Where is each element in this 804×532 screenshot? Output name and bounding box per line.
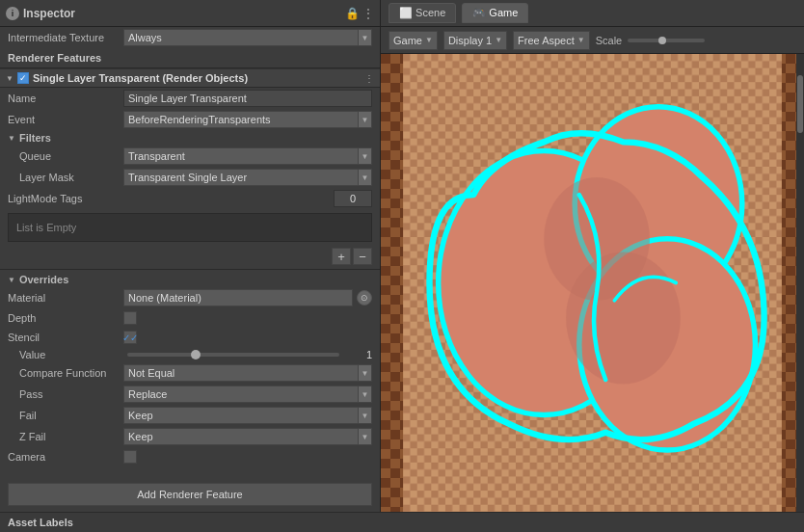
depth-checkbox[interactable] — [123, 311, 137, 325]
filters-header[interactable]: ▼ Filters — [0, 130, 380, 146]
compare-function-select[interactable]: Not Equal ▼ — [123, 364, 372, 382]
inspector-panel: Intermediate Texture Always ▼ Renderer F… — [0, 27, 381, 512]
value-slider[interactable] — [127, 353, 339, 357]
scene-game-tabs: ⬜ Scene 🎮 Game — [381, 0, 804, 26]
fail-select[interactable]: Keep ▼ — [123, 407, 372, 424]
display-dropdown-arrow-icon: ▼ — [495, 36, 502, 44]
event-select-arrow-icon: ▼ — [358, 112, 371, 127]
camera-checkbox[interactable] — [123, 450, 137, 464]
material-field: None (Material) — [123, 289, 353, 306]
z-fail-arrow-icon: ▼ — [358, 429, 371, 444]
compatibility-row: Intermediate Texture Always ▼ — [0, 27, 380, 48]
renderer-features-header: Renderer Features — [0, 48, 380, 68]
stencil-row: Stencil ✓ — [0, 328, 380, 347]
filters-triangle-icon: ▼ — [8, 134, 15, 143]
event-select[interactable]: BeforeRenderingTransparents ▼ — [123, 111, 372, 128]
compare-function-label: Compare Function — [8, 367, 123, 379]
section-checkbox[interactable]: ✓ — [17, 72, 29, 84]
viewport-scrollbar[interactable] — [796, 54, 804, 512]
minus-button[interactable]: − — [353, 248, 372, 265]
scale-thumb — [658, 37, 666, 44]
section-menu-icon[interactable]: ⋮ — [364, 73, 374, 84]
single-layer-section-header[interactable]: ▼ ✓ Single Layer Transparent (Render Obj… — [0, 68, 380, 88]
name-label: Name — [8, 93, 123, 104]
camera-label: Camera — [8, 451, 123, 463]
pass-select[interactable]: Replace ▼ — [123, 386, 372, 403]
select-arrow-icon: ▼ — [358, 30, 371, 45]
name-input[interactable] — [123, 90, 372, 107]
queue-row: Queue Transparent ▼ — [0, 146, 380, 167]
fail-label: Fail — [8, 410, 123, 421]
layer-mask-arrow-icon: ▼ — [358, 170, 371, 185]
event-row: Event BeforeRenderingTransparents ▼ — [0, 109, 380, 130]
value-number: 1 — [343, 349, 372, 360]
top-bar: i Inspector 🔒 ⋮ ⬜ Scene 🎮 Game — [0, 0, 804, 27]
tab-game[interactable]: 🎮 Game — [462, 3, 528, 23]
lightmode-tags-label: LightMode Tags — [8, 193, 123, 204]
plus-minus-bar: + − — [0, 246, 380, 267]
stencil-label: Stencil — [8, 332, 123, 343]
camera-row: Camera — [0, 447, 380, 466]
queue-label: Queue — [8, 150, 123, 162]
fail-row: Fail Keep ▼ — [0, 405, 380, 426]
lightmode-tags-row: LightMode Tags — [0, 188, 380, 209]
inspector-title: Inspector — [23, 7, 75, 20]
intermediate-texture-select[interactable]: Always ▼ — [123, 29, 372, 46]
layer-mask-label: Layer Mask — [8, 172, 123, 183]
layer-mask-row: Layer Mask Transparent Single Layer ▼ — [0, 167, 380, 188]
scene-toolbar: Game ▼ Display 1 ▼ Free Aspect ▼ Scale — [381, 27, 804, 54]
plus-button[interactable]: + — [332, 248, 351, 265]
game-tab-icon: 🎮 — [472, 7, 486, 18]
depth-label: Depth — [8, 312, 123, 324]
stencil-checkbox[interactable]: ✓ — [123, 331, 137, 344]
scale-label: Scale — [596, 35, 623, 46]
add-renderer-feature-button[interactable]: Add Renderer Feature — [8, 483, 372, 506]
scene-panel: Game ▼ Display 1 ▼ Free Aspect ▼ Scale — [381, 27, 804, 512]
name-row: Name — [0, 88, 380, 109]
game-dropdown-arrow-icon: ▼ — [425, 36, 433, 44]
material-value: None (Material) ⊙ — [123, 289, 372, 306]
divider — [0, 269, 380, 270]
pass-row: Pass Replace ▼ — [0, 384, 380, 405]
lock-icon[interactable]: 🔒 ⋮ — [345, 7, 374, 20]
free-aspect-dropdown[interactable]: Free Aspect ▼ — [513, 31, 590, 50]
queue-select[interactable]: Transparent ▼ — [123, 147, 372, 165]
display-dropdown[interactable]: Display 1 ▼ — [443, 31, 507, 50]
value-row: Value 1 — [0, 347, 380, 362]
overrides-header[interactable]: ▼ Overrides — [0, 272, 380, 287]
inspector-info-icon: i — [6, 7, 19, 20]
event-label: Event — [8, 114, 123, 125]
inspector-header: i Inspector 🔒 ⋮ — [0, 0, 381, 26]
collapse-triangle-icon: ▼ — [6, 74, 13, 83]
scene-svg — [381, 54, 804, 512]
value-label: Value — [8, 349, 123, 360]
lightmode-tags-input[interactable] — [334, 190, 372, 207]
scrollbar-thumb — [797, 75, 803, 133]
layer-mask-select[interactable]: Transparent Single Layer ▼ — [123, 169, 372, 186]
value-slider-thumb — [191, 350, 201, 359]
z-fail-row: Z Fail Keep ▼ — [0, 426, 380, 447]
z-fail-label: Z Fail — [8, 431, 123, 442]
material-label: Material — [8, 292, 123, 304]
asset-labels-footer: Asset Labels — [0, 512, 804, 532]
pass-label: Pass — [8, 388, 123, 400]
tab-scene[interactable]: ⬜ Scene — [389, 3, 456, 23]
material-row: Material None (Material) ⊙ — [0, 287, 380, 308]
scale-slider[interactable] — [628, 39, 705, 42]
compare-function-arrow-icon: ▼ — [358, 365, 371, 381]
aspect-dropdown-arrow-icon: ▼ — [577, 36, 585, 44]
pass-arrow-icon: ▼ — [358, 386, 371, 402]
compare-function-row: Compare Function Not Equal ▼ — [0, 362, 380, 384]
list-empty-text: List is Empty — [16, 222, 76, 233]
list-empty-area: List is Empty — [8, 213, 372, 242]
game-dropdown[interactable]: Game ▼ — [389, 31, 438, 50]
scene-viewport — [381, 54, 804, 512]
main-content: Intermediate Texture Always ▼ Renderer F… — [0, 27, 804, 512]
scene-tab-icon: ⬜ — [399, 7, 413, 18]
svg-point-8 — [566, 253, 681, 385]
z-fail-select[interactable]: Keep ▼ — [123, 428, 372, 445]
fail-arrow-icon: ▼ — [358, 408, 371, 423]
queue-arrow-icon: ▼ — [358, 148, 371, 164]
depth-row: Depth — [0, 308, 380, 328]
material-select-button[interactable]: ⊙ — [357, 290, 372, 306]
